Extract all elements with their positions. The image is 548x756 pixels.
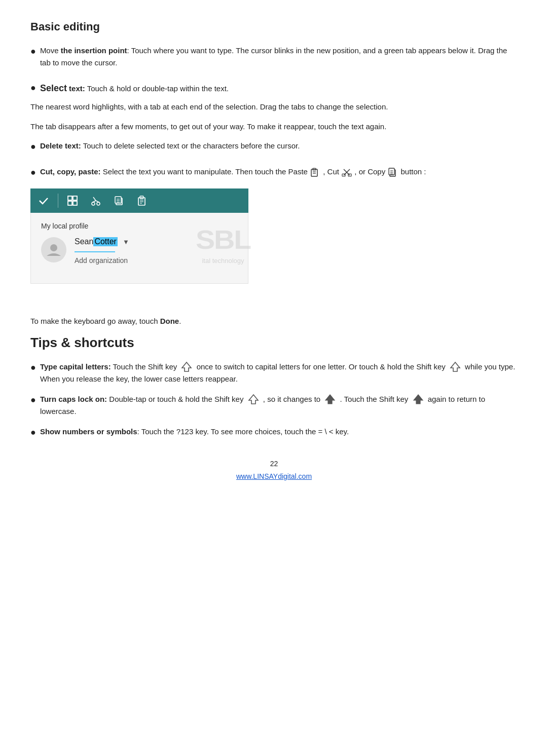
page-number: 22 xyxy=(30,460,518,468)
bullet-dot-3: ● xyxy=(30,140,36,154)
shift-key-icon-3 xyxy=(248,394,259,405)
show-numbers-line: Show numbers or symbols: Touch the ?123 … xyxy=(40,426,518,438)
toolbar-copy-square-icon xyxy=(110,192,128,210)
paste-icon xyxy=(310,167,320,177)
bullet-dot-7: ● xyxy=(30,426,36,439)
profile-name: Sean Cotter ▼ xyxy=(75,237,238,246)
type-capital-label: Type capital letters: xyxy=(40,362,111,371)
profile-org: Add organization xyxy=(75,256,238,264)
section-show-numbers: ● Show numbers or symbols: Touch the ?12… xyxy=(30,426,518,439)
section-type-capital: ● Type capital letters: Touch the Shift … xyxy=(30,361,518,385)
svg-line-21 xyxy=(93,197,96,201)
copy-icon xyxy=(388,167,398,177)
shift-key-icon-1 xyxy=(181,361,192,372)
profile-avatar xyxy=(41,237,66,262)
insertion-point-label: the insertion point xyxy=(61,46,127,55)
shift-key-icon-2 xyxy=(450,361,461,372)
keyboard-done-para: To make the keyboard go away, touch Done… xyxy=(30,315,518,328)
svg-point-18 xyxy=(97,202,100,205)
cut-copy-paste-label: Cut, copy, paste: xyxy=(40,167,101,176)
toolbar-scissors-icon xyxy=(87,192,105,210)
bullet-dot-4: ● xyxy=(30,166,36,179)
svg-rect-15 xyxy=(68,201,72,205)
heading-tips-shortcuts: Tips & shortcuts xyxy=(30,335,518,351)
name-underline xyxy=(75,251,115,252)
section-cut-copy-paste: ● Cut, copy, paste: Select the text you … xyxy=(30,166,518,179)
section-insertion-point: ● Move the insertion point: Touch where … xyxy=(30,45,518,69)
dropdown-arrow: ▼ xyxy=(123,238,129,246)
select-text-line: Select text: Touch & hold or double-tap … xyxy=(40,81,518,96)
bullet-dot-2: ● xyxy=(30,81,36,95)
delete-text-label: Delete text: xyxy=(40,141,81,150)
bullet-dot-5: ● xyxy=(30,361,36,374)
screenshot-container: My local profile Sean Cotter ▼ Add organ… xyxy=(30,188,284,300)
shift-key-icon-4 xyxy=(413,394,424,405)
section-delete-text: ● Delete text: Touch to delete selected … xyxy=(30,140,518,154)
profile-area: My local profile Sean Cotter ▼ Add organ… xyxy=(30,213,248,284)
profile-title: My local profile xyxy=(41,222,238,230)
toolbar-divider-1 xyxy=(58,194,58,208)
insertion-point-text: Move the insertion point: Touch where yo… xyxy=(40,45,518,69)
svg-marker-35 xyxy=(249,395,258,404)
footer-link[interactable]: www.LINSAYdigital.com xyxy=(236,472,312,480)
select-para1: The nearest word highlights, with a tab … xyxy=(30,101,518,114)
show-numbers-label: Show numbers or symbols xyxy=(40,427,137,436)
heading-basic-editing: Basic editing xyxy=(30,20,518,33)
select-label: Select xyxy=(40,83,67,93)
delete-text-line: Delete text: Touch to delete selected te… xyxy=(40,140,518,152)
cut-copy-paste-line: Cut, copy, paste: Select the text you wa… xyxy=(40,166,518,178)
section-caps-lock: ● Turn caps lock on: Double-tap or touch… xyxy=(30,393,518,418)
select-text-label: text: xyxy=(67,84,85,93)
svg-marker-37 xyxy=(414,395,423,404)
cut-icon xyxy=(342,167,352,177)
toolbar-grid-icon xyxy=(63,192,82,210)
page-footer: 22 www.LINSAYdigital.com xyxy=(30,455,518,480)
svg-rect-13 xyxy=(68,196,72,200)
svg-point-32 xyxy=(50,244,57,251)
type-capital-line: Type capital letters: Touch the Shift ke… xyxy=(40,361,518,385)
svg-rect-14 xyxy=(73,196,77,200)
bullet-dot: ● xyxy=(30,45,36,58)
bullet-dot-6: ● xyxy=(30,393,36,407)
svg-point-17 xyxy=(92,202,95,205)
name-highlighted: Cotter xyxy=(93,237,118,246)
done-label: Done xyxy=(160,317,179,325)
svg-marker-36 xyxy=(325,395,335,404)
screenshot-mock: My local profile Sean Cotter ▼ Add organ… xyxy=(30,188,284,300)
toolbar-bar xyxy=(30,188,248,213)
svg-marker-34 xyxy=(451,362,460,371)
shift-key-filled-icon xyxy=(324,394,336,405)
svg-marker-33 xyxy=(182,362,191,371)
svg-rect-16 xyxy=(73,201,77,205)
caps-lock-line: Turn caps lock on: Double-tap or touch &… xyxy=(40,393,518,418)
name-plain: Sean xyxy=(75,237,93,246)
toolbar-paste-icon xyxy=(133,192,152,210)
select-para2: The tab disappears after a few moments, … xyxy=(30,121,518,133)
toolbar-checkmark-icon xyxy=(34,192,53,210)
caps-lock-label: Turn caps lock on: xyxy=(40,395,107,403)
section-select-text: ● Select text: Touch & hold or double-ta… xyxy=(30,81,518,96)
